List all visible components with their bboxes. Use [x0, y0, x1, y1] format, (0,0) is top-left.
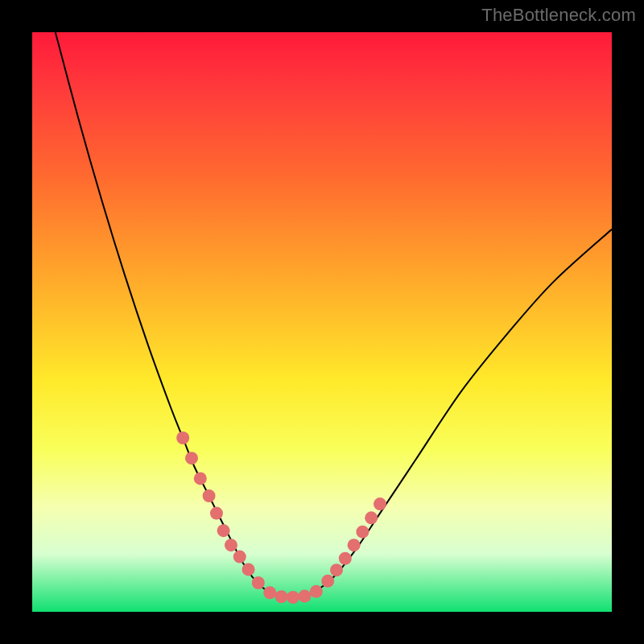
curve-marker	[185, 452, 198, 464]
curve-marker	[356, 526, 369, 539]
curve-marker	[252, 576, 265, 589]
curve-marker	[321, 575, 334, 588]
curve-marker	[217, 524, 230, 537]
curve-marker	[298, 590, 311, 603]
curve-markers	[176, 431, 386, 604]
curve-marker	[263, 586, 276, 599]
chart-svg	[32, 32, 612, 612]
curve-marker	[210, 507, 223, 520]
curve-marker	[233, 551, 246, 564]
curve-marker	[176, 431, 189, 444]
curve-marker	[310, 585, 323, 598]
curve-marker	[203, 489, 216, 502]
curve-marker	[194, 472, 207, 485]
curve-marker	[287, 591, 299, 604]
curve-marker	[374, 497, 386, 510]
attribution-label: TheBottleneck.com	[481, 5, 636, 26]
curve-marker	[330, 564, 343, 576]
curve-marker	[365, 511, 378, 524]
curve-marker	[225, 539, 237, 551]
plot-area	[32, 32, 612, 612]
curve-marker	[339, 552, 352, 565]
curve-marker	[348, 539, 361, 551]
curve-marker	[242, 563, 255, 576]
bottleneck-curve	[56, 32, 612, 597]
curve-marker	[275, 590, 288, 603]
canvas: TheBottleneck.com	[0, 0, 644, 644]
